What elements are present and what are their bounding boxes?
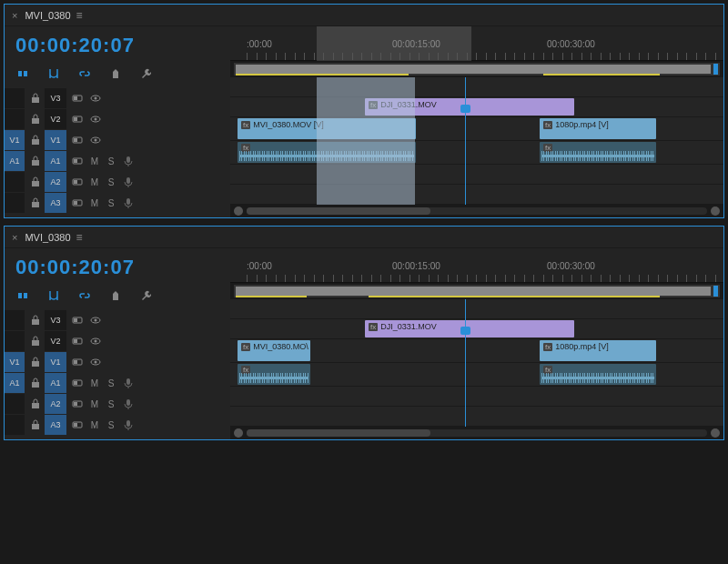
track-v2[interactable]: fxDJI_0331.MOV [230,319,723,339]
mute-button[interactable]: M [86,399,103,409]
sync-lock-icon[interactable] [68,155,86,167]
solo-button[interactable]: S [103,177,119,187]
solo-button[interactable]: S [103,420,119,430]
clip-audio[interactable]: fx [540,142,656,163]
track-target[interactable]: V3 [45,310,66,330]
linked-selection-icon[interactable] [77,66,92,81]
insert-icon[interactable] [15,66,30,81]
timeline-area[interactable]: :00:0000:00:15:0000:00:30:00 fxDJI_0331.… [230,26,723,217]
zoom-handle-right[interactable] [711,428,720,438]
track-target[interactable]: A3 [45,193,66,213]
source-patch[interactable] [5,394,25,414]
track-target[interactable]: A3 [45,415,66,435]
playhead[interactable] [465,299,466,427]
lock-icon[interactable] [26,335,45,347]
track-v1[interactable]: fxMVI_0380.MOV [V] fx1080p.mp4 [V] [230,117,723,141]
time-ruler[interactable]: :00:0000:00:15:0000:00:30:00 [230,248,723,283]
snap-icon[interactable] [46,66,61,81]
settings-icon[interactable] [139,66,154,81]
solo-button[interactable]: S [103,378,119,388]
timecode-display[interactable]: 00:00:20:07 [5,26,230,61]
panel-menu-icon[interactable]: ≡ [76,231,83,244]
track-target[interactable]: A2 [45,172,66,192]
sync-lock-icon[interactable] [68,335,86,347]
source-patch[interactable]: A1 [5,373,25,393]
source-patch[interactable] [5,331,25,351]
sync-lock-icon[interactable] [68,377,86,389]
navigator-end[interactable] [713,64,718,75]
track-v2[interactable]: fxDJI_0331.MOV [230,97,723,117]
fx-badge[interactable]: fx [241,121,250,129]
eye-icon[interactable] [86,113,105,126]
timecode-display[interactable]: 00:00:20:07 [5,248,230,283]
track-target[interactable]: V2 [45,109,66,129]
solo-button[interactable]: S [103,399,119,409]
track-a2[interactable] [230,165,723,185]
source-patch[interactable]: A1 [5,151,25,171]
track-v3[interactable] [230,299,723,319]
lock-icon[interactable] [26,92,45,105]
lock-icon[interactable] [26,196,45,209]
horizontal-scrollbar[interactable] [230,427,723,439]
lock-icon[interactable] [26,398,45,410]
sync-lock-icon[interactable] [68,176,86,188]
track-target[interactable]: A1 [45,373,66,393]
sync-lock-icon[interactable] [68,314,86,327]
lock-icon[interactable] [26,356,45,368]
lock-icon[interactable] [26,314,45,327]
track-a3[interactable] [230,185,723,205]
eye-icon[interactable] [86,92,105,105]
track-v1[interactable]: fxMVI_0380.MO\ fx1080p.mp4 [V] [230,339,723,363]
source-patch[interactable]: V1 [5,130,25,150]
eye-icon[interactable] [86,335,105,347]
mic-icon[interactable] [119,155,137,167]
sync-lock-icon[interactable] [68,196,86,209]
clip-audio[interactable]: fx [238,364,310,385]
mute-button[interactable]: M [86,420,103,430]
track-v3[interactable] [230,77,723,97]
mic-icon[interactable] [119,398,137,410]
lock-icon[interactable] [26,377,45,389]
mute-button[interactable]: M [86,156,103,166]
zoom-handle-left[interactable] [234,206,243,216]
source-patch[interactable] [5,88,25,108]
sync-lock-icon[interactable] [68,134,86,146]
lock-icon[interactable] [26,176,45,188]
settings-icon[interactable] [139,288,154,303]
clip[interactable]: fxMVI_0380.MO\ [238,340,310,361]
time-ruler[interactable]: :00:0000:00:15:0000:00:30:00 [230,26,723,61]
mic-icon[interactable] [119,196,137,209]
mic-icon[interactable] [119,377,137,389]
source-patch[interactable] [5,109,25,129]
track-a2[interactable] [230,387,723,407]
solo-button[interactable]: S [103,156,119,166]
timeline-area[interactable]: :00:0000:00:15:0000:00:30:00 fxDJI_0331.… [230,248,723,439]
source-patch[interactable]: V1 [5,352,25,372]
zoom-handle-left[interactable] [234,428,243,438]
clip[interactable]: fx1080p.mp4 [V] [540,340,656,361]
fx-badge[interactable]: fx [543,343,552,351]
sync-lock-icon[interactable] [68,356,86,368]
track-target[interactable]: V1 [45,130,66,150]
lock-icon[interactable] [26,155,45,167]
playhead[interactable] [465,77,466,205]
sync-lock-icon[interactable] [68,418,86,431]
mute-button[interactable]: M [86,198,103,208]
eye-icon[interactable] [86,314,105,327]
insert-icon[interactable] [15,288,30,303]
close-icon[interactable]: × [12,10,17,21]
horizontal-scrollbar[interactable] [230,205,723,217]
marker-icon[interactable] [108,66,123,81]
mic-icon[interactable] [119,176,137,188]
eye-icon[interactable] [86,356,105,368]
sequence-tab[interactable]: MVI_0380 [25,10,70,21]
sync-lock-icon[interactable] [68,398,86,410]
lock-icon[interactable] [26,134,45,146]
track-a3[interactable] [230,407,723,427]
track-a1[interactable]: fx fx [230,141,723,165]
snap-icon[interactable] [46,288,61,303]
fx-badge[interactable]: fx [369,323,378,331]
source-patch[interactable] [5,415,25,435]
source-patch[interactable] [5,172,25,192]
navigator-end[interactable] [713,286,718,297]
